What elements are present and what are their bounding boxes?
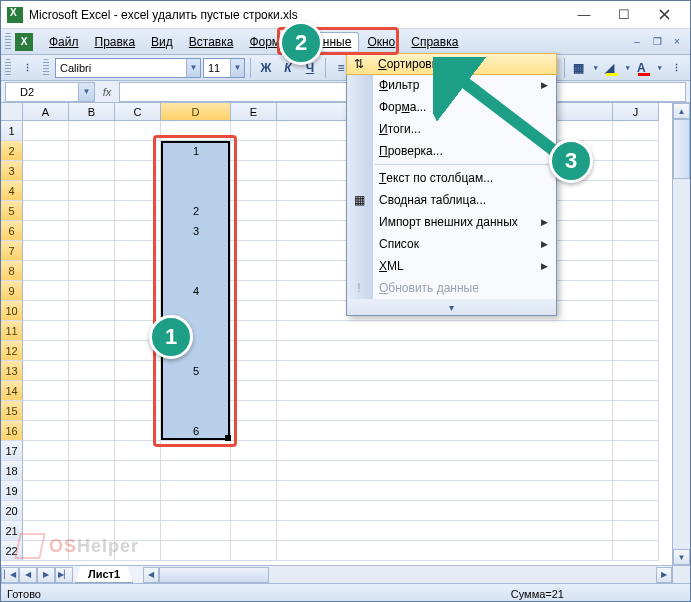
cell[interactable]	[277, 321, 613, 341]
cell[interactable]	[613, 541, 659, 561]
cell[interactable]	[277, 341, 613, 361]
column-header[interactable]: D	[161, 103, 231, 121]
cell[interactable]	[231, 121, 277, 141]
cell[interactable]	[231, 201, 277, 221]
cell[interactable]	[231, 441, 277, 461]
menu-window[interactable]: Окно	[359, 32, 403, 52]
cell[interactable]	[231, 401, 277, 421]
cell[interactable]	[277, 521, 613, 541]
scroll-up-button[interactable]: ▲	[673, 103, 690, 119]
cell[interactable]	[115, 181, 161, 201]
cell[interactable]	[23, 421, 69, 441]
menu-item[interactable]: Импорт внешних данных▶	[347, 211, 556, 233]
cell[interactable]	[23, 321, 69, 341]
cell[interactable]	[277, 501, 613, 521]
cell[interactable]	[23, 281, 69, 301]
cell[interactable]	[69, 481, 115, 501]
cell[interactable]	[613, 261, 659, 281]
cell[interactable]	[23, 461, 69, 481]
cell[interactable]	[161, 541, 231, 561]
sheet-nav-prev[interactable]: ◀	[19, 567, 37, 583]
cell[interactable]	[115, 361, 161, 381]
cell[interactable]	[231, 501, 277, 521]
chevron-down-icon[interactable]: ▼	[230, 59, 244, 77]
cell[interactable]	[115, 441, 161, 461]
row-header[interactable]: 6	[1, 221, 23, 241]
cell[interactable]	[69, 441, 115, 461]
cell[interactable]	[613, 301, 659, 321]
cell[interactable]	[277, 461, 613, 481]
cell[interactable]	[115, 481, 161, 501]
cell[interactable]	[277, 401, 613, 421]
column-header[interactable]: C	[115, 103, 161, 121]
horizontal-scrollbar[interactable]: ◀ ▶	[143, 567, 672, 583]
cell[interactable]	[613, 181, 659, 201]
row-header[interactable]: 9	[1, 281, 23, 301]
cell[interactable]	[23, 261, 69, 281]
name-box[interactable]: D2 ▼	[5, 82, 95, 102]
cell[interactable]	[69, 261, 115, 281]
cell[interactable]	[613, 281, 659, 301]
menu-item[interactable]: XML▶	[347, 255, 556, 277]
bold-button[interactable]: Ж	[256, 58, 276, 78]
toolbar-grip-2[interactable]	[43, 59, 49, 77]
cell[interactable]	[613, 461, 659, 481]
cell[interactable]	[115, 461, 161, 481]
cell[interactable]	[613, 361, 659, 381]
vertical-scrollbar[interactable]: ▲ ▼	[672, 103, 690, 565]
scroll-left-button[interactable]: ◀	[143, 567, 159, 583]
cell[interactable]	[69, 141, 115, 161]
minimize-button[interactable]: —	[564, 3, 604, 27]
cell[interactable]	[161, 121, 231, 141]
toolbar-overflow-button[interactable]: ⋮	[666, 58, 686, 78]
cell[interactable]	[613, 121, 659, 141]
cell[interactable]	[231, 241, 277, 261]
cell[interactable]	[23, 241, 69, 261]
font-color-button[interactable]: A	[634, 58, 664, 78]
cell[interactable]	[69, 301, 115, 321]
cell[interactable]	[231, 381, 277, 401]
cell[interactable]	[69, 201, 115, 221]
row-header[interactable]: 15	[1, 401, 23, 421]
doc-restore-button[interactable]: ❐	[648, 35, 666, 49]
cell[interactable]	[69, 321, 115, 341]
cell[interactable]	[613, 501, 659, 521]
row-header[interactable]: 4	[1, 181, 23, 201]
cell[interactable]	[115, 421, 161, 441]
cell[interactable]	[613, 141, 659, 161]
cell[interactable]	[69, 381, 115, 401]
cell[interactable]	[613, 341, 659, 361]
scroll-right-button[interactable]: ▶	[656, 567, 672, 583]
cell[interactable]	[277, 541, 613, 561]
cell[interactable]	[23, 121, 69, 141]
column-header[interactable]: E	[231, 103, 277, 121]
row-header[interactable]: 16	[1, 421, 23, 441]
cell[interactable]	[231, 341, 277, 361]
cell[interactable]	[277, 421, 613, 441]
cell[interactable]	[115, 241, 161, 261]
sheet-nav-last[interactable]: ▶▏	[55, 567, 73, 583]
maximize-button[interactable]: ☐	[604, 3, 644, 27]
menu-item[interactable]: Список▶	[347, 233, 556, 255]
cell[interactable]	[69, 121, 115, 141]
cell[interactable]	[23, 341, 69, 361]
scroll-down-button[interactable]: ▼	[673, 549, 690, 565]
cell[interactable]	[231, 261, 277, 281]
cell[interactable]	[277, 481, 613, 501]
row-header[interactable]: 20	[1, 501, 23, 521]
cell[interactable]	[231, 521, 277, 541]
cell[interactable]	[69, 281, 115, 301]
row-header[interactable]: 7	[1, 241, 23, 261]
cell[interactable]	[613, 161, 659, 181]
cell[interactable]	[277, 441, 613, 461]
cell[interactable]	[115, 161, 161, 181]
chevron-down-icon[interactable]: ▼	[78, 83, 94, 101]
cell[interactable]	[613, 381, 659, 401]
cell[interactable]	[231, 141, 277, 161]
fill-color-button[interactable]: ◢	[602, 58, 632, 78]
cell[interactable]	[23, 221, 69, 241]
cell[interactable]	[69, 221, 115, 241]
cell[interactable]	[23, 181, 69, 201]
cell[interactable]	[115, 281, 161, 301]
row-header[interactable]: 18	[1, 461, 23, 481]
